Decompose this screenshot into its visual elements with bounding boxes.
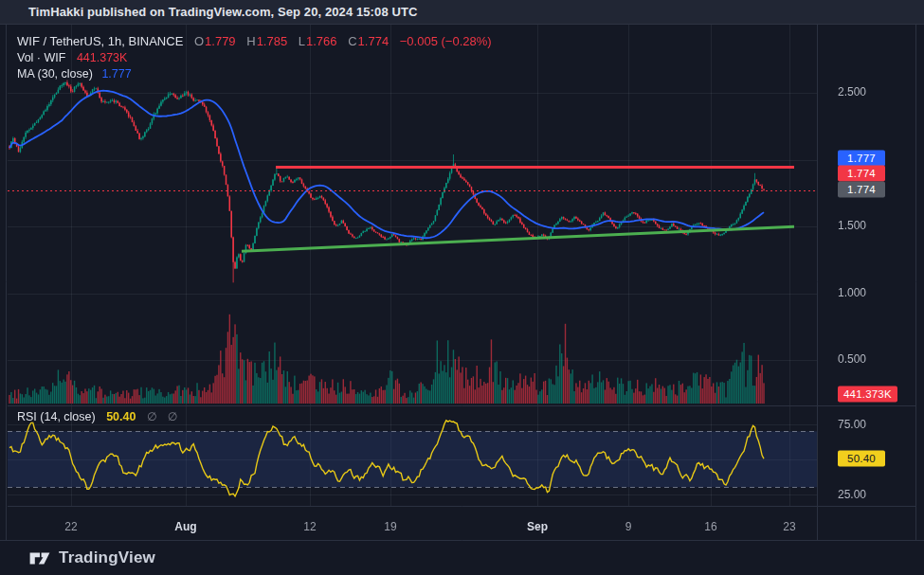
rsi-legend[interactable]: RSI (14, close) 50.40 ∅ ∅: [17, 410, 177, 423]
rsi-band-empty-icon: ∅: [168, 410, 177, 423]
high-value: 1.785: [257, 34, 288, 48]
volume-legend[interactable]: Vol · WIF 441.373K: [17, 51, 127, 64]
footer-bar: TradingView: [0, 541, 924, 575]
open-value: 1.779: [205, 34, 236, 48]
tradingview-wordmark[interactable]: TradingView: [59, 548, 155, 567]
close-label: C: [348, 34, 356, 48]
rsi-badge: 50.40: [838, 451, 885, 467]
time-label: 23: [783, 520, 795, 533]
low-value: 1.766: [306, 34, 337, 48]
rsi-value: 50.40: [106, 410, 136, 423]
volume-badge: 441.373K: [838, 386, 897, 403]
price-tick: 2.500: [838, 85, 866, 99]
price-tick: 1.500: [838, 219, 866, 232]
symbol-title: WIF / TetherUS, 1h, BINANCE: [17, 34, 183, 48]
publish-info: TimHakki published on TradingView.com, S…: [28, 5, 417, 19]
rsi-label: RSI (14, close): [17, 410, 96, 423]
volume-label: Vol · WIF: [17, 51, 65, 64]
high-label: H: [246, 34, 255, 48]
ma-label: MA (30, close): [17, 67, 93, 81]
time-label: 12: [303, 520, 316, 533]
publish-header: TimHakki published on TradingView.com, S…: [0, 0, 924, 25]
open-label: O: [194, 34, 204, 48]
volume-value: 441.373K: [77, 51, 128, 64]
price-tick: 0.500: [838, 352, 866, 366]
ma-legend[interactable]: MA (30, close) 1.777: [17, 67, 132, 81]
symbol-legend[interactable]: WIF / TetherUS, 1h, BINANCE O1.779 H1.78…: [17, 34, 492, 48]
rsi-smoothing-empty-icon: ∅: [147, 410, 156, 423]
time-label: Aug: [174, 520, 196, 533]
close-value: 1.774: [358, 34, 390, 48]
time-label: 16: [704, 520, 716, 533]
price-tick: 1.000: [838, 286, 866, 299]
ma-value: 1.777: [101, 67, 131, 81]
prev-close-badge: 1.774: [838, 182, 885, 198]
ma-price-badge: 1.777: [838, 151, 885, 167]
rsi-tick: 25.00: [838, 488, 866, 501]
time-label: Sep: [527, 520, 548, 533]
rsi-tick: 75.00: [838, 418, 866, 431]
low-label: L: [299, 34, 305, 48]
time-label: 9: [625, 520, 632, 533]
tradingview-logo-icon[interactable]: [28, 548, 51, 568]
change-value: −0.005 (−0.28%): [400, 34, 492, 48]
snapshot-page: TimHakki published on TradingView.com, S…: [0, 0, 924, 575]
time-label: 22: [64, 520, 77, 533]
last-price-badge: 1.774: [838, 166, 885, 182]
time-label: 19: [384, 520, 396, 533]
chart-canvas[interactable]: [0, 0, 924, 575]
